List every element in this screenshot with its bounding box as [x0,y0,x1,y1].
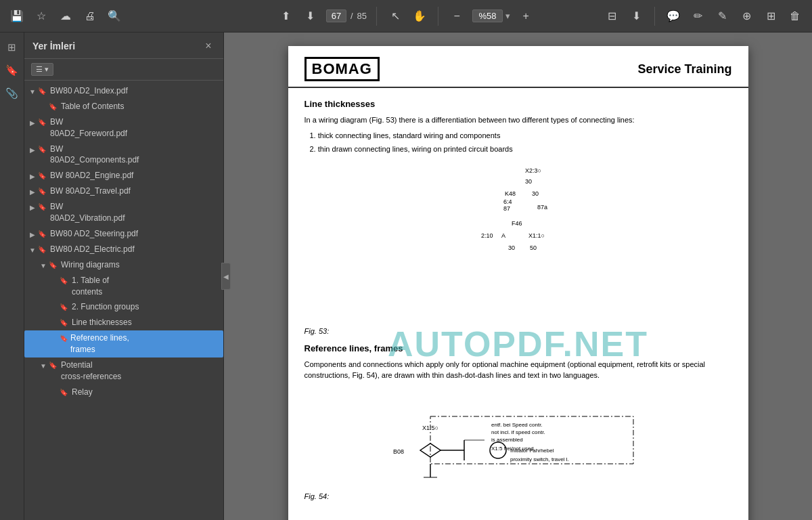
tree-item-potential-cross[interactable]: ▼ 🔖 Potentialcross-references [24,358,223,385]
toggle-bw80-electric[interactable]: ▼ [27,244,38,255]
label-bw80-index: BW80 AD2_Index.pdf [50,85,218,97]
bookmark-bw80-foreword: 🔖 [38,116,49,127]
highlight-icon[interactable]: ✏ [689,7,706,25]
bookmark-bw80-travel: 🔖 [38,186,49,196]
bookmark-bw80-components: 🔖 [38,144,49,154]
stamp-icon[interactable]: ⊕ [738,7,755,25]
pdf-section2-title: Reference lines, frames [304,343,732,353]
toggle-potential-cross[interactable]: ▼ [38,360,49,371]
label-bw80-vibration: BW80AD2_Vibration.pdf [50,201,218,224]
search-icon[interactable]: 🔍 [106,7,123,25]
pdf-list-item1: 1. thick connecting lines, standard wiri… [310,130,732,142]
panel-header: Yer İmleri × [24,32,223,59]
panel-menu-btn[interactable]: ☰ ▾ [31,63,53,76]
bookmark-bw80-steering: 🔖 [38,228,49,239]
toggle-wiring-diagrams[interactable]: ▼ [38,259,49,271]
cloud-icon[interactable]: ☁ [57,7,74,25]
svg-text:2:10: 2:10 [481,232,493,239]
panel-title: Yer İmleri [32,41,75,51]
print-icon[interactable]: 🖨 [81,7,99,25]
pdf-header-title: Service Training [637,62,731,77]
edit-icon[interactable]: ✎ [713,7,731,25]
tree-item-bw80-components[interactable]: ▶ 🔖 BW80AD2_Components.pdf [24,142,223,169]
tree-item-table-of-contents[interactable]: 🔖 1. Table ofcontents [24,273,223,300]
toolbar-right: ⊟ ⬇ 💬 ✏ ✎ ⊕ ⊞ 🗑 [603,7,804,26]
tree-item-line-thicknesses[interactable]: 🔖 Line thicknesses [24,315,223,330]
sidebar-attachments-btn[interactable]: 📎 [3,84,22,103]
tree-item-bw80-electric[interactable]: ▼ 🔖 BW80 AD2_Electric.pdf [24,242,223,257]
tree-item-bw80-vibration[interactable]: ▶ 🔖 BW80AD2_Vibration.pdf [24,199,223,226]
toggle-bw80-steering[interactable]: ▶ [27,228,38,240]
pdf-area[interactable]: AUTOPDF.NET BOMAG Service Training Line … [224,32,812,520]
toolbar-center: ⬆ ⬇ 67 / 85 ↖ ✋ − %58 ▾ + [277,7,535,26]
toggle-bw80-travel[interactable]: ▶ [27,186,38,197]
zoom-in-btn[interactable]: + [517,7,535,25]
tree-item-bw80-index[interactable]: ▼ 🔖 BW80 AD2_Index.pdf [24,83,223,99]
tree-item-relay[interactable]: 🔖 Relay [24,385,223,400]
label-reference-lines: Reference lines,frames [70,332,218,355]
fig53-caption: Fig. 53: [304,327,732,335]
collapse-panel-btn[interactable]: ◀ [221,263,231,290]
bookmark-bw80-engine: 🔖 [38,170,49,181]
cursor-tool[interactable]: ↖ [386,7,404,25]
zoom-control: %58 ▾ [472,9,510,22]
save-icon[interactable]: 💾 [8,7,26,25]
page-input[interactable]: 67 [326,9,346,22]
tree-item-table-contents[interactable]: 🔖 Table of Contents [24,99,223,114]
tree-item-reference-lines[interactable]: 🔖 Reference lines,frames [24,330,223,358]
circuit-svg-fig54: X1:5○ B08 entf. bei Speed contr. not inc… [390,389,647,484]
panel-wrapper: Yer İmleri × ☰ ▾ ▼ 🔖 BW80 AD2_Index.pdf … [24,32,224,520]
nav-down-btn[interactable]: ⬇ [302,7,319,25]
pdf-body: Line thicknesses In a wiring diagram (Fi… [288,88,748,519]
layout-icon[interactable]: ⊟ [603,7,621,25]
tree-item-bw80-engine[interactable]: ▶ 🔖 BW 80AD2_Engine.pdf [24,168,223,183]
toggle-bw80-index[interactable]: ▼ [27,85,38,97]
label-line-thicknesses: Line thicknesses [72,317,218,328]
sidebar-thumbnails-btn[interactable]: ⊞ [3,38,22,57]
pdf-logo: BOMAG [304,57,380,81]
zoom-out-btn[interactable]: − [448,7,466,25]
tree-item-bw80-travel[interactable]: ▶ 🔖 BW 80AD2_Travel.pdf [24,183,223,199]
toggle-bw80-components[interactable]: ▶ [27,144,38,155]
tree-item-wiring-diagrams[interactable]: ▼ 🔖 Wiring diagrams [24,257,223,273]
delete-icon[interactable]: 🗑 [786,7,804,25]
comment-icon[interactable]: 💬 [664,7,682,25]
sep2 [438,7,438,26]
download-icon[interactable]: ⬇ [627,7,645,25]
svg-text:entf. bei Speed contr.: entf. bei Speed contr. [491,422,543,428]
bookmark-relay: 🔖 [60,387,70,397]
zoom-dropdown-icon[interactable]: ▾ [505,11,510,21]
page-total: 85 [357,11,367,21]
svg-text:is assembled: is assembled [491,437,523,443]
pdf-section1-text: In a wiring diagram (Fig. 53) there is a… [304,114,732,126]
label-table-contents: Table of Contents [61,101,218,112]
organize-icon[interactable]: ⊞ [762,7,780,25]
svg-text:87a: 87a [537,204,547,211]
fig54-caption: Fig. 54: [304,492,732,500]
bookmark-icon[interactable]: ☆ [32,7,50,25]
hand-tool[interactable]: ✋ [411,7,428,25]
toolbar: 💾 ☆ ☁ 🖨 🔍 ⬆ ⬇ 67 / 85 ↖ ✋ − %58 ▾ + ⊟ ⬇ … [0,0,812,32]
toggle-bw80-foreword[interactable]: ▶ [27,116,38,128]
label-bw80-foreword: BW80AD2_Foreword.pdf [50,116,218,139]
tree-item-bw80-foreword[interactable]: ▶ 🔖 BW80AD2_Foreword.pdf [24,114,223,142]
bookmark-table-contents: 🔖 [49,101,60,112]
panel-close-btn[interactable]: × [202,39,215,53]
toggle-bw80-engine[interactable]: ▶ [27,170,38,181]
svg-text:30: 30 [508,244,515,251]
svg-text:X1:5○: X1:5○ [422,425,438,431]
tree-item-bw80-steering[interactable]: ▶ 🔖 BW80 AD2_Steering.pdf [24,226,223,242]
sidebar-bookmarks-btn[interactable]: 🔖 [3,61,22,80]
toggle-bw80-vibration[interactable]: ▶ [27,201,38,213]
svg-text:X1:1○: X1:1○ [528,232,545,239]
toolbar-left: 💾 ☆ ☁ 🖨 🔍 [8,7,123,25]
tree-item-function-groups[interactable]: 🔖 2. Function groups [24,299,223,315]
svg-text:A: A [501,232,505,239]
bookmark-potential-cross: 🔖 [49,360,60,370]
tree-container[interactable]: ▼ 🔖 BW80 AD2_Index.pdf 🔖 Table of Conten… [24,81,223,520]
label-function-groups: 2. Function groups [72,301,218,313]
nav-up-btn[interactable]: ⬆ [277,7,295,25]
zoom-input[interactable]: %58 [472,9,503,22]
label-relay: Relay [72,387,218,398]
bookmark-bw80-vibration: 🔖 [38,201,49,212]
